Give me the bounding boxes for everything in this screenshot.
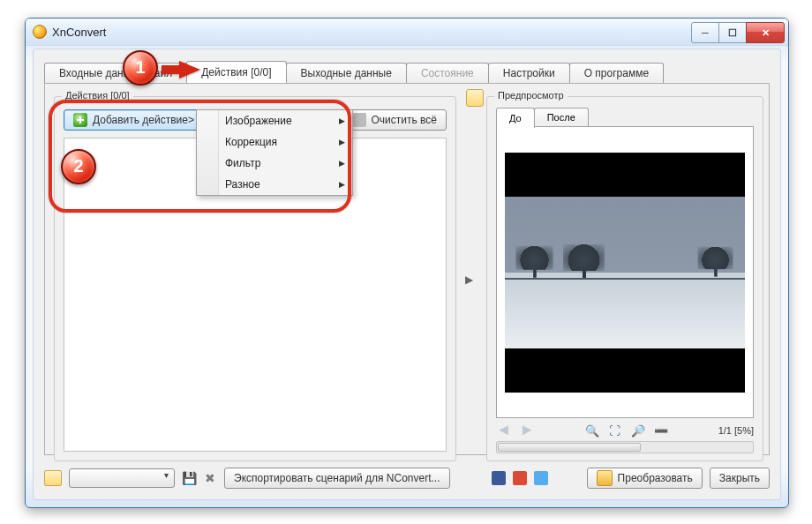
zoom-in-icon[interactable]: 🔍: [584, 424, 600, 438]
add-action-button[interactable]: Добавить действие>: [64, 109, 204, 131]
menu-item-filter-label: Фильтр: [225, 157, 260, 169]
facebook-icon[interactable]: [492, 471, 506, 485]
preview-groupbox: Предпросмотр До После: [486, 96, 763, 461]
save-icon[interactable]: 💾: [182, 471, 196, 485]
menu-item-misc[interactable]: Разное ▶: [197, 174, 352, 195]
preview-header-icon: [466, 89, 484, 107]
clear-all-label: Очистить всё: [372, 110, 437, 130]
zoom-fit-icon[interactable]: ⛶: [607, 424, 623, 438]
window-buttons: ─ ☐ ✕: [692, 22, 785, 41]
prev-image-button[interactable]: ⯇: [496, 424, 512, 438]
preview-tab-before[interactable]: До: [496, 108, 535, 128]
twitter-icon[interactable]: [534, 471, 548, 485]
preview-nav: ⯇ ⯈ 🔍 ⛶ 🔎 ➖ 1/1 [5%]: [496, 422, 754, 439]
menu-item-misc-label: Разное: [225, 178, 260, 191]
tab-actions[interactable]: Действия [0/0]: [186, 61, 286, 83]
export-script-label: Экспортировать сценарий для NConvert...: [234, 468, 440, 488]
convert-icon: [597, 470, 613, 486]
tab-content: Действия [0/0] Добавить действие> Очисти…: [44, 83, 770, 455]
close-label: Закрыть: [719, 468, 760, 488]
convert-button[interactable]: Преобразовать: [587, 468, 703, 489]
submenu-arrow-icon: ▶: [339, 180, 345, 189]
convert-label: Преобразовать: [618, 468, 693, 488]
app-window: XnConvert ─ ☐ ✕ Входные данные файл Дейс…: [25, 18, 789, 508]
tab-output[interactable]: Выходные данные: [286, 63, 407, 83]
preview-tab-after[interactable]: После: [534, 108, 589, 126]
preview-image: [505, 153, 745, 393]
tab-settings[interactable]: Настройки: [488, 63, 570, 83]
menu-item-image[interactable]: Изображение ▶: [197, 110, 352, 131]
add-action-label: Добавить действие>: [93, 110, 194, 130]
close-window-button[interactable]: ✕: [746, 22, 785, 43]
app-icon: [33, 25, 47, 39]
clear-all-button[interactable]: Очистить всё: [342, 109, 447, 131]
tab-status: Состояние: [406, 63, 489, 83]
add-action-menu: Изображение ▶ Коррекция ▶ Фильтр ▶ Разно…: [196, 109, 353, 196]
footer-toolbar: 💾 ✖ Экспортировать сценарий для NConvert…: [44, 466, 770, 490]
menu-item-image-label: Изображение: [225, 115, 292, 127]
callout-badge-1: 1: [123, 50, 158, 86]
zoom-actual-icon[interactable]: 🔎: [630, 424, 646, 438]
preview-legend: Предпросмотр: [494, 90, 568, 101]
pane-expand-arrow-icon[interactable]: ▶: [465, 273, 473, 286]
submenu-arrow-icon: ▶: [339, 138, 345, 146]
actions-groupbox: Действия [0/0] Добавить действие> Очисти…: [54, 96, 456, 461]
submenu-arrow-icon: ▶: [339, 116, 345, 125]
minimize-button[interactable]: ─: [691, 22, 719, 43]
preview-canvas: [496, 126, 754, 418]
plus-icon: [73, 113, 87, 127]
submenu-arrow-icon: ▶: [339, 159, 345, 168]
tab-about[interactable]: О программе: [569, 63, 664, 83]
callout-arrow-1-icon: [179, 61, 200, 79]
preview-scrollbar[interactable]: [496, 441, 754, 453]
callout-badge-2: 2: [61, 149, 96, 184]
menu-item-correction[interactable]: Коррекция ▶: [197, 131, 352, 153]
maximize-button[interactable]: ☐: [718, 22, 747, 43]
close-button[interactable]: Закрыть: [710, 468, 770, 489]
next-image-button[interactable]: ⯈: [519, 424, 535, 438]
client-area: Входные данные файл Действия [0/0] Выход…: [33, 49, 781, 500]
open-folder-icon[interactable]: [44, 470, 62, 486]
titlebar: XnConvert ─ ☐ ✕: [26, 19, 788, 46]
menu-item-correction-label: Коррекция: [225, 136, 277, 148]
menu-item-filter[interactable]: Фильтр ▶: [197, 153, 352, 174]
preview-counter: 1/1 [5%]: [718, 425, 754, 436]
zoom-out-icon[interactable]: ➖: [653, 424, 669, 438]
preview-tabs: До После: [496, 108, 588, 128]
export-script-button[interactable]: Экспортировать сценарий для NConvert...: [224, 468, 450, 489]
delete-icon[interactable]: ✖: [203, 471, 217, 485]
googleplus-icon[interactable]: [513, 471, 527, 485]
clear-icon: [352, 113, 366, 127]
preset-combo[interactable]: [69, 468, 175, 488]
actions-legend: Действия [0/0]: [62, 90, 133, 101]
window-title: XnConvert: [52, 26, 106, 39]
